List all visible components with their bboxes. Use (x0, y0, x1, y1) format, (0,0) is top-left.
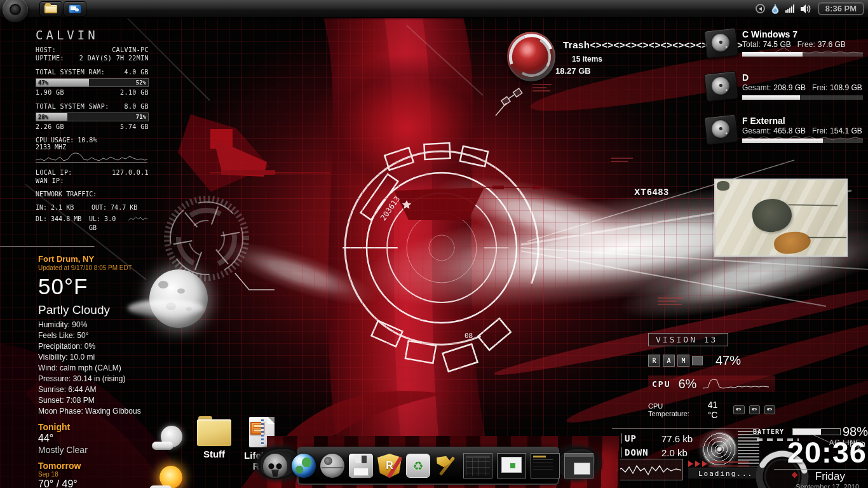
weather-detail: Wind: calm mph (CALM) (38, 363, 194, 374)
stingray-photo (714, 179, 848, 257)
up-value: 77.6 kb (661, 433, 693, 444)
swap-meter: 28% 71% (36, 112, 149, 121)
drive-widgets: C Windows 7 Total:74.5 GB Free:37.6 GB D… (705, 28, 865, 158)
moon-cloud-icon (157, 426, 182, 451)
ram-used-pct: 47% (38, 79, 48, 86)
eye-icon (764, 405, 775, 414)
swap-total: 8.0 GB (124, 102, 149, 111)
trash-size: 18.27 GB (555, 66, 591, 76)
app-window-thumbnail-light[interactable] (497, 453, 526, 478)
floppy-disk-icon[interactable] (349, 454, 373, 478)
desktop-icon-stuff[interactable]: Stuff (189, 419, 239, 459)
app-window-thumbnail-console[interactable] (531, 453, 560, 478)
display-settings-button[interactable] (64, 1, 86, 17)
battery-label: BATTERY (753, 428, 784, 435)
water-drop-icon[interactable] (771, 4, 779, 14)
ram-letter-chip: M (677, 355, 689, 367)
ram-label: TOTAL SYSTEM RAM: (36, 68, 105, 76)
clock-date: September 17, 2010 (796, 483, 859, 488)
updown-frame (612, 428, 759, 429)
swap-used: 2.26 GB (36, 123, 64, 131)
battery-clock-widget: BATTERY AC LINE 98% High 20:36 Friday Se… (752, 424, 868, 488)
drive-name: C Windows 7 (742, 29, 865, 39)
left-arrow-icon (759, 7, 762, 11)
sun-cloud-icon (156, 466, 184, 488)
arrows-icon (688, 461, 707, 467)
weather-detail: Sunset: 7:08 PM (38, 395, 194, 406)
hdd-icon[interactable] (704, 114, 738, 146)
host-label: HOST: (36, 46, 56, 54)
clock-time: 20:36 (787, 437, 867, 467)
drive-name: D (742, 72, 865, 83)
wan-ip-label: WAN IP: (36, 177, 64, 185)
app-window-thumbnail-dark[interactable] (463, 453, 492, 478)
desktop: 203613 08 (0, 0, 868, 488)
orange-stingray (773, 230, 811, 255)
weather-detail: Sunrise: 6:44 AM (38, 384, 194, 395)
red-data-lines (709, 461, 749, 463)
weather-detail: Moon Phase: Waxing Gibbous (38, 406, 194, 417)
taskbar: 8:36 PM (0, 0, 868, 18)
icon-label: Stuff (189, 449, 239, 459)
ram-chip-blank (692, 356, 703, 365)
uptime-value: 2 DAY(S) 7H 22MIN (79, 54, 149, 62)
folder-launcher-button[interactable] (39, 1, 62, 17)
down-value: 2.0 kb (661, 447, 688, 458)
tray-clock[interactable]: 8:36 PM (818, 2, 864, 15)
updown-widget: UP 77.6 kb DOWN 2.0 kb Loading... (612, 428, 759, 485)
cpu-usage-line: CPU USAGE: 10.8% (36, 137, 149, 144)
drive-f: F External Gesamt:465.8 GB Frei:154.1 GB (705, 114, 865, 158)
ram-letter-chip: R (648, 355, 660, 367)
swap-used-pct: 28% (38, 114, 48, 120)
hdd-icon[interactable] (704, 71, 738, 102)
signal-bars-icon[interactable] (785, 4, 794, 13)
app-window-thumbnail-gray[interactable] (564, 453, 593, 478)
cpu-temp-value: 41 °C (708, 400, 729, 420)
dock: R ♻ (297, 447, 559, 485)
vision-cpu-pct: 6% (678, 377, 696, 391)
gold-axe-icon[interactable] (435, 454, 459, 478)
swap-free: 5.74 GB (120, 123, 149, 131)
ram-used: 1.90 GB (36, 88, 64, 97)
host-value: CALVIN-PC (112, 46, 149, 54)
cpu-temp-label: CPU Temperature: (648, 402, 703, 417)
darth-vader-icon[interactable] (263, 454, 287, 478)
weather-location: Fort Drum, NY (38, 254, 194, 264)
folder-icon (44, 5, 57, 13)
local-ip-value: 127.0.0.1 (112, 168, 149, 177)
cpu-mhz: 2133 MHZ (36, 144, 149, 151)
net-out: OUT: 74.7 KB (92, 203, 137, 212)
drive-usage-bar (742, 95, 863, 100)
recycle-bin-icon[interactable]: ♻ (406, 454, 430, 478)
net-dl: DL: 344.8 MB (36, 215, 89, 233)
drive-d: D Gesamt:208.9 GB Frei:108.9 GB (705, 71, 865, 114)
weather-details: Humidity: 90% Feels Like: 50° Precipitat… (38, 320, 194, 417)
eye-icon (733, 405, 744, 414)
down-label: DOWN (621, 447, 649, 458)
loading-bar: Loading... (688, 468, 758, 478)
globe-icon[interactable] (292, 454, 316, 478)
ram-total: 4.0 GB (124, 68, 149, 76)
shield-r-icon[interactable]: R (377, 454, 402, 478)
trash-orb-icon[interactable] (507, 32, 555, 81)
hud-code-text: 08 (465, 332, 473, 340)
local-ip-label: LOCAL IP: (36, 168, 72, 177)
drive-c: C Windows 7 Total:74.5 GB Free:37.6 GB (705, 28, 865, 71)
drive-usage-bar (742, 139, 863, 143)
trash-count: 15 items (572, 55, 602, 64)
tray-collapse-button[interactable] (756, 4, 765, 13)
folder-icon (197, 419, 231, 446)
hdd-icon[interactable] (704, 28, 738, 59)
ram-meter: 47% 52% (36, 78, 149, 87)
weather-detail: Feels Like: 50° (38, 330, 194, 341)
net-traffic-label: NETWORK TRAFFIC: (36, 191, 149, 198)
net-in: IN: 2.1 KB (36, 203, 92, 212)
volume-icon[interactable] (801, 4, 811, 13)
network-graph (616, 459, 683, 480)
death-star-icon[interactable] (320, 454, 344, 478)
weather-detail: Precipitation: 0% (38, 341, 194, 352)
moon-icon (149, 269, 208, 328)
eye-icon (749, 405, 760, 414)
drive-name: F External (742, 116, 865, 126)
net-spark-graph (128, 215, 149, 222)
